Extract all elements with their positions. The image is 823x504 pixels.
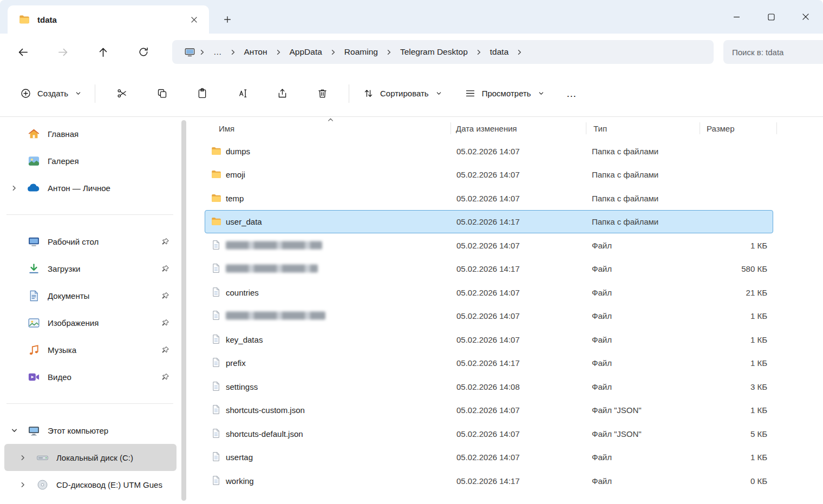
column-header-size[interactable]: Размер xyxy=(707,124,735,133)
file-date-modified: 05.02.2026 14:17 xyxy=(456,264,520,273)
up-button[interactable] xyxy=(92,41,114,63)
more-options-button[interactable]: … xyxy=(560,82,584,106)
video-icon xyxy=(27,370,40,383)
sidebar-item[interactable]: Видео xyxy=(4,363,177,390)
delete-button[interactable] xyxy=(310,81,335,106)
explorer-tab[interactable]: tdata xyxy=(8,5,209,34)
scissors-icon xyxy=(116,88,128,99)
breadcrumb-item[interactable]: Telegram Desktop xyxy=(393,43,475,61)
sidebar-item[interactable]: Рабочий стол xyxy=(4,228,177,255)
breadcrumb-item[interactable]: AppData xyxy=(283,43,329,61)
sidebar-item[interactable]: Загрузки xyxy=(4,255,177,282)
column-header-date[interactable]: Дата изменения xyxy=(456,124,517,133)
chevron-right-icon xyxy=(11,291,27,300)
navigation-pane: Главная Галерея Антон — Личное Рабочий с… xyxy=(0,118,180,504)
sidebar-item[interactable]: Документы xyxy=(4,282,177,309)
maximize-button[interactable] xyxy=(754,0,788,34)
file-icon xyxy=(211,310,222,322)
sidebar-item[interactable]: Локальный диск (C:) xyxy=(4,444,177,471)
chevron-right-icon[interactable] xyxy=(19,480,36,489)
column-resize-handle[interactable] xyxy=(450,122,451,134)
sidebar-item-label: Музыка xyxy=(48,345,160,355)
breadcrumb-item[interactable]: tdata xyxy=(483,43,515,61)
file-size: 1 КБ xyxy=(750,240,767,250)
sort-button[interactable]: Сортировать xyxy=(356,82,449,104)
sidebar-item[interactable]: Галерея xyxy=(4,147,177,174)
column-resize-handle[interactable] xyxy=(586,122,586,134)
forward-button[interactable] xyxy=(52,41,74,63)
file-row[interactable]: shortcuts-custom.json 05.02.2026 14:07 Ф… xyxy=(205,398,773,422)
chevron-right-icon xyxy=(11,372,27,381)
file-row[interactable]: user_data 05.02.2026 14:17 Папка с файла… xyxy=(205,210,773,234)
this-pc-icon[interactable] xyxy=(184,46,196,58)
sidebar-item[interactable]: Антон — Личное xyxy=(4,174,177,201)
column-header-name[interactable]: Имя xyxy=(219,124,234,133)
file-date-modified: 05.02.2026 14:07 xyxy=(456,429,520,438)
breadcrumb-overflow-button[interactable]: … xyxy=(206,43,229,61)
sidebar-item[interactable]: Этот компьютер xyxy=(4,417,177,444)
file-name: working xyxy=(226,476,254,485)
file-icon xyxy=(211,404,222,416)
sidebar-scrollbar[interactable] xyxy=(181,120,187,501)
file-row[interactable]: 05.02.2026 14:07 Файл 1 КБ xyxy=(205,233,773,257)
column-header-type[interactable]: Тип xyxy=(593,124,607,133)
file-row[interactable]: working 05.02.2026 14:17 Файл 0 КБ xyxy=(205,469,773,493)
breadcrumb-item[interactable]: Антон xyxy=(237,43,275,61)
sidebar-divider xyxy=(6,214,173,215)
file-row[interactable]: 05.02.2026 14:17 Файл 580 КБ xyxy=(205,257,773,281)
rename-button[interactable] xyxy=(230,81,254,106)
file-row[interactable]: emoji 05.02.2026 14:07 Папка с файлами xyxy=(205,163,773,187)
close-button[interactable] xyxy=(788,0,823,34)
column-resize-handle[interactable] xyxy=(776,122,777,134)
breadcrumb-chevron-icon xyxy=(275,49,282,56)
plus-circle-icon xyxy=(20,88,31,99)
chevron-right-icon[interactable] xyxy=(11,184,27,192)
paste-button[interactable] xyxy=(190,81,214,106)
file-row[interactable]: settingss 05.02.2026 14:08 Файл 3 КБ xyxy=(205,375,773,398)
documents-icon xyxy=(27,289,40,302)
sidebar-item[interactable]: Музыка xyxy=(4,336,177,363)
sort-ascending-icon[interactable] xyxy=(327,117,334,123)
file-row[interactable]: key_datas 05.02.2026 14:07 Файл 1 КБ xyxy=(205,328,773,351)
view-button[interactable]: Просмотреть xyxy=(458,82,551,104)
file-row[interactable]: usertag 05.02.2026 14:07 Файл 1 КБ xyxy=(205,446,773,469)
file-type: Папка с файлами xyxy=(592,217,658,226)
breadcrumb-item[interactable]: Roaming xyxy=(337,43,385,61)
file-row[interactable]: 05.02.2026 14:07 Файл 1 КБ xyxy=(205,304,773,328)
file-icon xyxy=(211,381,222,392)
minimize-button[interactable] xyxy=(719,0,754,34)
file-row[interactable]: countries 05.02.2026 14:07 Файл 21 КБ xyxy=(205,280,773,304)
search-input[interactable] xyxy=(723,40,823,64)
file-icon xyxy=(211,357,222,369)
file-row[interactable]: temp 05.02.2026 14:07 Папка с файлами xyxy=(205,186,773,210)
sidebar-item[interactable]: Главная xyxy=(4,120,177,147)
sidebar-item[interactable]: CD-дисковод (E:) UTM Gues xyxy=(4,471,177,498)
sidebar-item[interactable]: Изображения xyxy=(4,309,177,336)
tab-close-icon[interactable] xyxy=(186,12,201,27)
file-size: 5 КБ xyxy=(750,429,767,438)
back-button[interactable] xyxy=(12,41,34,63)
view-icon xyxy=(465,88,476,99)
chevron-down-icon[interactable] xyxy=(11,426,27,435)
share-button[interactable] xyxy=(270,81,295,106)
file-type: Файл xyxy=(592,358,612,368)
scrollbar-thumb[interactable] xyxy=(181,120,186,501)
computer-icon xyxy=(27,424,40,437)
file-list-area: Имя Дата изменения Тип Размер dumps 05.0… xyxy=(187,117,823,504)
file-name: user_data xyxy=(226,217,262,226)
sidebar-divider xyxy=(6,403,173,404)
file-row[interactable]: shortcuts-default.json 05.02.2026 14:07 … xyxy=(205,422,773,446)
column-resize-handle[interactable] xyxy=(700,122,700,134)
file-row[interactable]: dumps 05.02.2026 14:07 Папка с файлами xyxy=(205,139,773,163)
cut-button[interactable] xyxy=(109,81,134,106)
address-bar[interactable]: …АнтонAppDataRoamingTelegram Desktoptdat… xyxy=(172,40,714,64)
chevron-right-icon[interactable] xyxy=(19,453,36,462)
redacted-file-name xyxy=(226,265,318,273)
file-row[interactable]: prefix 05.02.2026 14:17 Файл 1 КБ xyxy=(205,351,773,375)
chevron-down-icon xyxy=(436,90,442,96)
new-tab-button[interactable] xyxy=(219,11,236,28)
new-button[interactable]: Создать xyxy=(13,82,88,104)
copy-button[interactable] xyxy=(149,81,174,106)
search-box xyxy=(723,40,823,64)
refresh-button[interactable] xyxy=(133,41,154,63)
